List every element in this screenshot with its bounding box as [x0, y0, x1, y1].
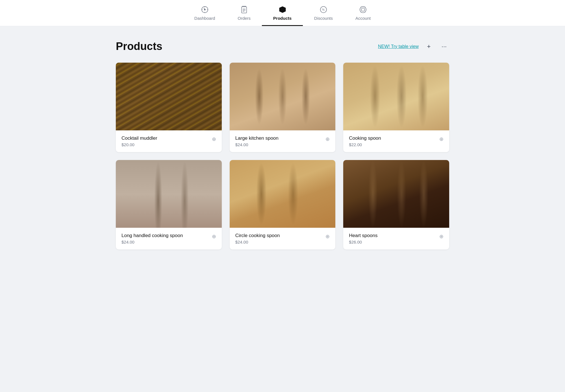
drag-handle-large-kitchen-spoon[interactable]: ⊕	[325, 136, 330, 142]
product-image-heart-spoons	[343, 160, 449, 228]
product-card-cooking-spoon[interactable]: Cooking spoon $22.00 ⊕	[343, 63, 449, 152]
product-price-large-kitchen-spoon: $24.00	[235, 142, 279, 147]
drag-handle-circle-cooking-spoon[interactable]: ⊕	[325, 233, 330, 240]
add-product-button[interactable]: +	[424, 41, 434, 52]
product-name-large-kitchen-spoon: Large kitchen spoon	[235, 135, 279, 141]
nav-label-dashboard: Dashboard	[194, 16, 215, 21]
table-view-link[interactable]: NEW! Try table view	[378, 44, 419, 49]
product-name-cooking-spoon: Cooking spoon	[349, 135, 381, 141]
product-card-cocktail-muddler[interactable]: Cocktail muddler $20.00 ⊕	[116, 63, 222, 152]
product-image-cocktail-muddler	[116, 63, 222, 130]
nav-item-dashboard[interactable]: Dashboard	[183, 0, 226, 26]
product-info-circle-cooking-spoon: Circle cooking spoon $24.00 ⊕	[230, 228, 336, 249]
product-info-cocktail-muddler: Cocktail muddler $20.00 ⊕	[116, 130, 222, 152]
product-details: Cocktail muddler $20.00	[121, 135, 157, 147]
svg-point-5	[204, 9, 205, 10]
product-name-circle-cooking-spoon: Circle cooking spoon	[235, 233, 280, 238]
nav-item-orders[interactable]: Orders	[226, 0, 262, 26]
product-image-cooking-spoon	[343, 63, 449, 130]
page-title: Products	[116, 40, 162, 52]
nav-label-account: Account	[355, 16, 371, 21]
product-details: Large kitchen spoon $24.00	[235, 135, 279, 147]
product-image-circle-cooking-spoon	[230, 160, 336, 228]
top-navigation: Dashboard Orders Products %	[0, 0, 565, 26]
product-card-long-handled-cooking-spoon[interactable]: Long handled cooking spoon $24.00 ⊕	[116, 160, 222, 249]
product-info-cooking-spoon: Cooking spoon $22.00 ⊕	[343, 130, 449, 152]
product-info-heart-spoons: Heart spoons $26.00 ⊕	[343, 228, 449, 249]
product-price-cooking-spoon: $22.00	[349, 142, 381, 147]
products-icon	[278, 5, 287, 14]
product-card-circle-cooking-spoon[interactable]: Circle cooking spoon $24.00 ⊕	[230, 160, 336, 249]
svg-point-14	[361, 8, 365, 11]
product-info-large-kitchen-spoon: Large kitchen spoon $24.00 ⊕	[230, 130, 336, 152]
product-price-circle-cooking-spoon: $24.00	[235, 240, 280, 244]
product-info-long-handled-cooking-spoon: Long handled cooking spoon $24.00 ⊕	[116, 228, 222, 249]
product-name-long-handled-cooking-spoon: Long handled cooking spoon	[121, 233, 183, 238]
dashboard-icon	[200, 5, 209, 14]
drag-handle-cocktail-muddler[interactable]: ⊕	[212, 136, 216, 142]
nav-label-orders: Orders	[238, 16, 251, 21]
product-card-large-kitchen-spoon[interactable]: Large kitchen spoon $24.00 ⊕	[230, 63, 336, 152]
account-icon	[358, 5, 368, 14]
product-details: Cooking spoon $22.00	[349, 135, 381, 147]
drag-handle-heart-spoons[interactable]: ⊕	[439, 233, 444, 240]
product-details: Heart spoons $26.00	[349, 233, 377, 244]
nav-label-discounts: Discounts	[314, 16, 333, 21]
product-name-heart-spoons: Heart spoons	[349, 233, 377, 238]
product-price-cocktail-muddler: $20.00	[121, 142, 157, 147]
svg-point-13	[360, 6, 366, 13]
drag-handle-cooking-spoon[interactable]: ⊕	[439, 136, 444, 142]
main-content: Products NEW! Try table view + ··· Cockt…	[99, 26, 466, 264]
product-details: Long handled cooking spoon $24.00	[121, 233, 183, 244]
nav-item-discounts[interactable]: % Discounts	[303, 0, 344, 26]
svg-text:%: %	[322, 8, 325, 11]
product-price-long-handled-cooking-spoon: $24.00	[121, 240, 183, 244]
product-image-long-handled-cooking-spoon	[116, 160, 222, 228]
drag-handle-long-handled-cooking-spoon[interactable]: ⊕	[212, 233, 216, 240]
products-grid: Cocktail muddler $20.00 ⊕ Large kitchen …	[116, 63, 449, 249]
header-actions: NEW! Try table view + ···	[378, 41, 449, 52]
nav-item-products[interactable]: Products	[262, 0, 303, 26]
product-price-heart-spoons: $26.00	[349, 240, 377, 244]
orders-icon	[240, 5, 249, 14]
product-image-large-kitchen-spoon	[230, 63, 336, 130]
discounts-icon: %	[319, 5, 328, 14]
product-name-cocktail-muddler: Cocktail muddler	[121, 135, 157, 141]
nav-item-account[interactable]: Account	[344, 0, 382, 26]
svg-line-6	[204, 8, 205, 9]
product-details: Circle cooking spoon $24.00	[235, 233, 280, 244]
svg-rect-7	[242, 7, 247, 13]
nav-label-products: Products	[273, 16, 292, 21]
product-card-heart-spoons[interactable]: Heart spoons $26.00 ⊕	[343, 160, 449, 249]
more-options-button[interactable]: ···	[439, 41, 449, 52]
page-header: Products NEW! Try table view + ···	[116, 40, 449, 52]
